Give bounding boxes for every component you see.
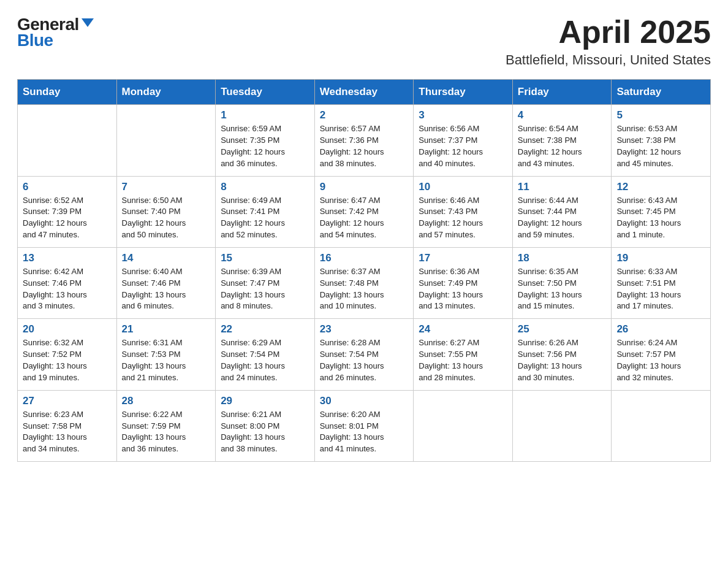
table-row: 20Sunrise: 6:32 AM Sunset: 7:52 PM Dayli… <box>18 319 117 390</box>
page-subtitle: Battlefield, Missouri, United States <box>506 52 711 68</box>
day-info: Sunrise: 6:54 AM Sunset: 7:38 PM Dayligh… <box>518 123 607 169</box>
table-row: 19Sunrise: 6:33 AM Sunset: 7:51 PM Dayli… <box>612 247 711 318</box>
day-info: Sunrise: 6:42 AM Sunset: 7:46 PM Dayligh… <box>23 266 112 312</box>
day-info: Sunrise: 6:49 AM Sunset: 7:41 PM Dayligh… <box>221 195 309 241</box>
day-info: Sunrise: 6:33 AM Sunset: 7:51 PM Dayligh… <box>616 266 705 312</box>
table-row: 16Sunrise: 6:37 AM Sunset: 7:48 PM Dayli… <box>314 247 414 318</box>
table-row <box>512 390 612 461</box>
day-number: 8 <box>221 181 309 193</box>
day-number: 15 <box>221 252 309 264</box>
day-info: Sunrise: 6:37 AM Sunset: 7:48 PM Dayligh… <box>320 266 409 312</box>
day-info: Sunrise: 6:24 AM Sunset: 7:57 PM Dayligh… <box>616 337 705 383</box>
table-row: 17Sunrise: 6:36 AM Sunset: 7:49 PM Dayli… <box>414 247 513 318</box>
day-number: 26 <box>616 323 705 335</box>
col-sunday: Sunday <box>18 80 117 105</box>
logo-blue-text: Blue <box>17 31 53 50</box>
page-title: April 2025 <box>506 15 711 50</box>
day-number: 22 <box>221 323 309 335</box>
day-number: 27 <box>23 395 112 407</box>
table-row <box>414 390 513 461</box>
day-number: 14 <box>122 252 211 264</box>
title-block: April 2025 Battlefield, Missouri, United… <box>506 15 711 68</box>
day-info: Sunrise: 6:40 AM Sunset: 7:46 PM Dayligh… <box>122 266 211 312</box>
day-info: Sunrise: 6:50 AM Sunset: 7:40 PM Dayligh… <box>122 195 211 241</box>
day-info: Sunrise: 6:28 AM Sunset: 7:54 PM Dayligh… <box>320 337 409 383</box>
table-row: 18Sunrise: 6:35 AM Sunset: 7:50 PM Dayli… <box>512 247 612 318</box>
day-info: Sunrise: 6:32 AM Sunset: 7:52 PM Dayligh… <box>23 337 112 383</box>
logo: General Blue <box>17 15 94 50</box>
table-row: 1Sunrise: 6:59 AM Sunset: 7:35 PM Daylig… <box>216 105 315 176</box>
page-header: General Blue April 2025 Battlefield, Mis… <box>17 15 711 68</box>
table-row: 28Sunrise: 6:22 AM Sunset: 7:59 PM Dayli… <box>116 390 216 461</box>
table-row: 23Sunrise: 6:28 AM Sunset: 7:54 PM Dayli… <box>314 319 414 390</box>
calendar-week-row: 1Sunrise: 6:59 AM Sunset: 7:35 PM Daylig… <box>18 105 711 176</box>
table-row: 11Sunrise: 6:44 AM Sunset: 7:44 PM Dayli… <box>512 176 612 247</box>
day-info: Sunrise: 6:43 AM Sunset: 7:45 PM Dayligh… <box>616 195 705 241</box>
day-number: 2 <box>320 109 409 121</box>
day-number: 9 <box>320 181 409 193</box>
day-info: Sunrise: 6:26 AM Sunset: 7:56 PM Dayligh… <box>518 337 607 383</box>
day-number: 20 <box>23 323 112 335</box>
day-info: Sunrise: 6:21 AM Sunset: 8:00 PM Dayligh… <box>221 409 309 455</box>
calendar-week-row: 27Sunrise: 6:23 AM Sunset: 7:58 PM Dayli… <box>18 390 711 461</box>
table-row: 27Sunrise: 6:23 AM Sunset: 7:58 PM Dayli… <box>18 390 117 461</box>
calendar-week-row: 13Sunrise: 6:42 AM Sunset: 7:46 PM Dayli… <box>18 247 711 318</box>
day-number: 3 <box>419 109 507 121</box>
day-info: Sunrise: 6:59 AM Sunset: 7:35 PM Dayligh… <box>221 123 309 169</box>
col-monday: Monday <box>116 80 216 105</box>
col-friday: Friday <box>512 80 612 105</box>
day-info: Sunrise: 6:20 AM Sunset: 8:01 PM Dayligh… <box>320 409 409 455</box>
col-tuesday: Tuesday <box>216 80 315 105</box>
day-info: Sunrise: 6:47 AM Sunset: 7:42 PM Dayligh… <box>320 195 409 241</box>
day-number: 25 <box>518 323 607 335</box>
table-row: 5Sunrise: 6:53 AM Sunset: 7:38 PM Daylig… <box>612 105 711 176</box>
day-number: 5 <box>616 109 705 121</box>
day-info: Sunrise: 6:36 AM Sunset: 7:49 PM Dayligh… <box>419 266 507 312</box>
table-row: 14Sunrise: 6:40 AM Sunset: 7:46 PM Dayli… <box>116 247 216 318</box>
day-number: 11 <box>518 181 607 193</box>
table-row: 9Sunrise: 6:47 AM Sunset: 7:42 PM Daylig… <box>314 176 414 247</box>
table-row: 4Sunrise: 6:54 AM Sunset: 7:38 PM Daylig… <box>512 105 612 176</box>
table-row <box>18 105 117 176</box>
day-number: 13 <box>23 252 112 264</box>
calendar-week-row: 20Sunrise: 6:32 AM Sunset: 7:52 PM Dayli… <box>18 319 711 390</box>
day-number: 21 <box>122 323 211 335</box>
day-number: 24 <box>419 323 507 335</box>
day-info: Sunrise: 6:46 AM Sunset: 7:43 PM Dayligh… <box>419 195 507 241</box>
day-number: 28 <box>122 395 211 407</box>
table-row <box>612 390 711 461</box>
day-info: Sunrise: 6:57 AM Sunset: 7:36 PM Dayligh… <box>320 123 409 169</box>
table-row: 26Sunrise: 6:24 AM Sunset: 7:57 PM Dayli… <box>612 319 711 390</box>
day-info: Sunrise: 6:53 AM Sunset: 7:38 PM Dayligh… <box>616 123 705 169</box>
day-number: 10 <box>419 181 507 193</box>
day-info: Sunrise: 6:29 AM Sunset: 7:54 PM Dayligh… <box>221 337 309 383</box>
day-info: Sunrise: 6:52 AM Sunset: 7:39 PM Dayligh… <box>23 195 112 241</box>
day-info: Sunrise: 6:39 AM Sunset: 7:47 PM Dayligh… <box>221 266 309 312</box>
day-info: Sunrise: 6:22 AM Sunset: 7:59 PM Dayligh… <box>122 409 211 455</box>
day-number: 30 <box>320 395 409 407</box>
table-row: 30Sunrise: 6:20 AM Sunset: 8:01 PM Dayli… <box>314 390 414 461</box>
table-row: 13Sunrise: 6:42 AM Sunset: 7:46 PM Dayli… <box>18 247 117 318</box>
day-number: 1 <box>221 109 309 121</box>
table-row: 15Sunrise: 6:39 AM Sunset: 7:47 PM Dayli… <box>216 247 315 318</box>
day-number: 29 <box>221 395 309 407</box>
table-row: 8Sunrise: 6:49 AM Sunset: 7:41 PM Daylig… <box>216 176 315 247</box>
table-row: 22Sunrise: 6:29 AM Sunset: 7:54 PM Dayli… <box>216 319 315 390</box>
day-number: 17 <box>419 252 507 264</box>
day-number: 18 <box>518 252 607 264</box>
table-row: 3Sunrise: 6:56 AM Sunset: 7:37 PM Daylig… <box>414 105 513 176</box>
table-row: 10Sunrise: 6:46 AM Sunset: 7:43 PM Dayli… <box>414 176 513 247</box>
day-number: 23 <box>320 323 409 335</box>
day-info: Sunrise: 6:44 AM Sunset: 7:44 PM Dayligh… <box>518 195 607 241</box>
day-info: Sunrise: 6:35 AM Sunset: 7:50 PM Dayligh… <box>518 266 607 312</box>
day-number: 6 <box>23 181 112 193</box>
table-row: 29Sunrise: 6:21 AM Sunset: 8:00 PM Dayli… <box>216 390 315 461</box>
day-number: 7 <box>122 181 211 193</box>
table-row <box>116 105 216 176</box>
col-wednesday: Wednesday <box>314 80 414 105</box>
table-row: 24Sunrise: 6:27 AM Sunset: 7:55 PM Dayli… <box>414 319 513 390</box>
table-row: 7Sunrise: 6:50 AM Sunset: 7:40 PM Daylig… <box>116 176 216 247</box>
day-info: Sunrise: 6:27 AM Sunset: 7:55 PM Dayligh… <box>419 337 507 383</box>
day-number: 12 <box>616 181 705 193</box>
calendar-table: Sunday Monday Tuesday Wednesday Thursday… <box>17 79 711 462</box>
